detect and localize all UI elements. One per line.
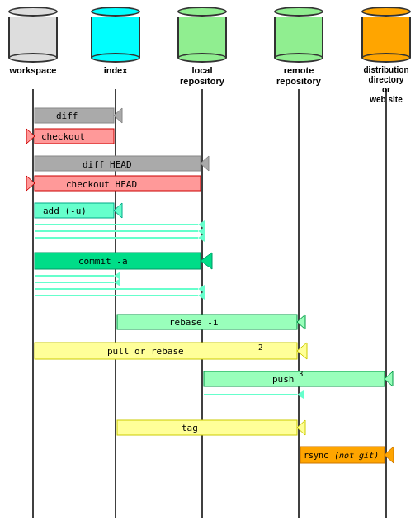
svg-marker-51: [297, 420, 305, 435]
svg-rect-40: [35, 343, 297, 359]
svg-text:pull or rebase: pull or rebase: [107, 346, 184, 357]
svg-marker-34: [198, 285, 205, 293]
svg-text:2: 2: [258, 343, 262, 352]
col-dist: distributiondirectoryorweb site: [361, 7, 411, 105]
git-workflow-diagram: diff checkout diff HEAD checkout HEAD ad…: [0, 0, 420, 530]
svg-rect-53: [300, 447, 385, 463]
col-workspace: workspace: [8, 7, 58, 76]
svg-marker-32: [114, 278, 120, 286]
svg-marker-15: [26, 176, 35, 191]
svg-marker-6: [114, 108, 122, 123]
svg-marker-54: [385, 447, 394, 463]
svg-marker-21: [198, 220, 205, 229]
svg-rect-11: [35, 156, 201, 171]
svg-marker-23: [198, 227, 205, 235]
cylinder-index: [91, 7, 140, 63]
svg-text:checkout: checkout: [41, 131, 85, 142]
svg-marker-45: [385, 371, 393, 386]
cylinder-remote: [274, 7, 323, 63]
svg-marker-49: [297, 390, 304, 399]
svg-marker-38: [297, 315, 305, 329]
workspace-label: workspace: [10, 65, 57, 76]
svg-text:diff HEAD: diff HEAD: [83, 159, 132, 170]
svg-rect-5: [35, 108, 114, 123]
svg-text:commit -a: commit -a: [78, 256, 128, 267]
col-local: localrepository: [177, 7, 227, 87]
svg-rect-37: [117, 315, 297, 329]
svg-text:add (-u): add (-u): [43, 206, 87, 216]
index-label: index: [104, 65, 128, 76]
svg-marker-12: [201, 156, 209, 171]
svg-marker-27: [201, 253, 212, 269]
svg-rect-14: [35, 176, 201, 191]
cylinder-dist: [361, 7, 411, 63]
cylinder-local: [177, 7, 227, 63]
svg-marker-36: [198, 291, 205, 300]
svg-rect-8: [35, 129, 114, 144]
local-label: localrepository: [180, 65, 224, 87]
svg-text:checkout HEAD: checkout HEAD: [66, 179, 137, 190]
svg-marker-30: [114, 272, 120, 280]
dist-label: distributiondirectoryorweb site: [364, 65, 409, 105]
svg-rect-17: [35, 203, 114, 218]
svg-marker-18: [114, 203, 122, 218]
svg-rect-26: [35, 253, 201, 269]
svg-text:rsync (not git): rsync (not git): [304, 451, 378, 461]
cylinder-workspace: [8, 7, 58, 63]
svg-marker-9: [26, 129, 35, 144]
svg-text:3: 3: [299, 370, 303, 378]
svg-text:tag: tag: [182, 423, 198, 433]
svg-rect-44: [204, 371, 385, 386]
col-index: index: [91, 7, 140, 76]
svg-text:push: push: [272, 374, 295, 385]
col-remote: remoterepository: [274, 7, 323, 87]
remote-label: remoterepository: [276, 65, 321, 87]
svg-marker-41: [297, 343, 307, 359]
svg-text:rebase -i: rebase -i: [169, 317, 219, 328]
svg-marker-25: [198, 234, 205, 242]
svg-text:diff: diff: [56, 111, 78, 121]
svg-rect-50: [117, 420, 297, 435]
